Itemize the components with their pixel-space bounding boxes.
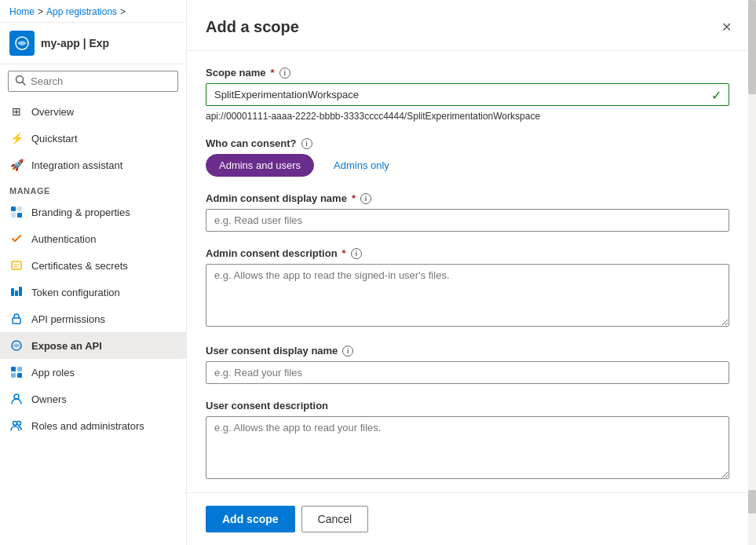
sidebar-item-overview[interactable]: ⊞ Overview [0, 98, 186, 125]
sidebar-item-token-config[interactable]: Token configuration [0, 279, 186, 305]
sidebar-item-overview-label: Overview [31, 106, 74, 118]
user-consent-description-input[interactable] [206, 416, 729, 479]
breadcrumb-sep2: > [120, 6, 126, 17]
integration-icon: 🚀 [9, 158, 24, 172]
user-consent-display-name-field: User consent display name i [206, 345, 729, 384]
panel-header: Add a scope ✕ [187, 0, 756, 51]
certificates-icon [9, 258, 24, 272]
owners-icon [9, 392, 24, 406]
sidebar-item-roles-admins-label: Roles and administrators [31, 420, 144, 432]
svg-point-19 [17, 422, 21, 426]
sidebar-item-app-roles[interactable]: App roles [0, 359, 186, 386]
panel-scrollbar[interactable] [748, 0, 756, 545]
sidebar-item-expose-api-label: Expose an API [31, 340, 102, 352]
authentication-icon [9, 232, 24, 246]
scope-name-label: Scope name * i [206, 67, 729, 79]
admins-users-button[interactable]: Admins and users [206, 154, 314, 177]
svg-rect-10 [19, 287, 22, 296]
required-marker-3: * [342, 247, 346, 259]
breadcrumb-app-registrations[interactable]: App registrations [46, 6, 117, 17]
consent-field: Who can consent? i Admins and users Admi… [206, 137, 729, 177]
user-consent-display-info-icon[interactable]: i [342, 346, 353, 357]
roles-admins-icon [9, 419, 24, 433]
sidebar-item-expose-api[interactable]: Expose an API [0, 332, 186, 359]
panel-footer: Add scope Cancel [187, 492, 756, 545]
admin-consent-description-input[interactable] [206, 264, 729, 327]
sidebar: Home > App registrations > my-app | Exp … [0, 0, 187, 545]
svg-point-17 [14, 394, 19, 399]
user-consent-description-field: User consent description [206, 400, 729, 481]
scope-name-input-wrapper: ✓ [206, 83, 729, 106]
sidebar-item-roles-admins[interactable]: Roles and administrators [0, 412, 186, 439]
sidebar-item-owners[interactable]: Owners [0, 386, 186, 412]
sidebar-item-owners-label: Owners [31, 393, 67, 405]
sidebar-item-branding-label: Branding & properties [31, 207, 130, 218]
consent-options: Admins and users Admins only [206, 154, 729, 177]
sidebar-item-app-roles-label: App roles [31, 367, 75, 379]
sidebar-item-quickstart[interactable]: ⚡ Quickstart [0, 125, 186, 152]
svg-line-2 [23, 82, 26, 86]
svg-rect-15 [11, 373, 16, 378]
svg-rect-5 [11, 213, 16, 218]
app-roles-icon [9, 365, 24, 379]
user-consent-description-label: User consent description [206, 400, 729, 411]
api-url-display: api://00001111-aaaa-2222-bbbb-3333cccc44… [206, 111, 729, 122]
scrollbar-thumb-bottom [748, 490, 756, 514]
consent-label: Who can consent? i [206, 137, 729, 149]
svg-rect-4 [17, 207, 22, 211]
main-content: Add a scope ✕ Scope name * i ✓ api://000… [187, 0, 756, 545]
svg-rect-11 [13, 318, 20, 324]
sidebar-item-integration-label: Integration assistant [31, 159, 122, 171]
expose-api-icon [9, 338, 24, 353]
svg-rect-9 [15, 291, 18, 296]
admin-consent-display-name-input[interactable] [206, 209, 729, 232]
scope-name-info-icon[interactable]: i [279, 68, 290, 79]
close-button[interactable]: ✕ [715, 16, 737, 38]
sidebar-item-certificates[interactable]: Certificates & secrets [0, 252, 186, 279]
api-permissions-icon [9, 312, 24, 326]
sidebar-item-integration[interactable]: 🚀 Integration assistant [0, 152, 186, 178]
valid-checkmark: ✓ [711, 87, 721, 102]
admins-only-button[interactable]: Admins only [320, 154, 403, 177]
panel-title: Add a scope [206, 18, 299, 36]
svg-rect-8 [11, 288, 14, 296]
scrollbar-thumb-top [748, 0, 756, 94]
required-marker-2: * [352, 192, 356, 204]
sidebar-item-certificates-label: Certificates & secrets [31, 260, 128, 272]
breadcrumb: Home > App registrations > [0, 0, 186, 23]
cancel-button[interactable]: Cancel [301, 506, 369, 532]
quickstart-icon: ⚡ [9, 131, 24, 145]
svg-rect-13 [11, 367, 16, 371]
nav-section: ⊞ Overview ⚡ Quickstart 🚀 Integration as… [0, 98, 186, 545]
sidebar-item-token-label: Token configuration [31, 287, 120, 298]
overview-icon: ⊞ [9, 104, 24, 119]
admin-consent-display-name-label: Admin consent display name * i [206, 192, 729, 204]
token-icon [9, 285, 24, 299]
scope-name-field: Scope name * i ✓ api://00001111-aaaa-222… [206, 67, 729, 122]
sidebar-item-branding[interactable]: Branding & properties [0, 199, 186, 225]
svg-rect-7 [12, 262, 21, 269]
panel-body: Scope name * i ✓ api://00001111-aaaa-222… [187, 51, 756, 492]
add-scope-panel: Add a scope ✕ Scope name * i ✓ api://000… [187, 0, 756, 545]
breadcrumb-home[interactable]: Home [9, 6, 35, 17]
sidebar-item-api-permissions-label: API permissions [31, 313, 105, 325]
svg-rect-6 [17, 213, 22, 218]
sidebar-item-authentication[interactable]: Authentication [0, 225, 186, 252]
sidebar-item-authentication-label: Authentication [31, 233, 96, 245]
search-input[interactable] [31, 75, 171, 87]
user-consent-display-name-input[interactable] [206, 361, 729, 384]
branding-icon [9, 205, 24, 219]
search-box[interactable] [8, 71, 178, 92]
sidebar-item-api-permissions[interactable]: API permissions [0, 305, 186, 332]
admin-consent-description-field: Admin consent description * i [206, 247, 729, 329]
admin-consent-desc-info-icon[interactable]: i [351, 248, 362, 259]
add-scope-button[interactable]: Add scope [206, 506, 295, 532]
scope-name-input[interactable] [206, 83, 729, 106]
sidebar-item-quickstart-label: Quickstart [31, 133, 78, 144]
search-icon [15, 75, 26, 88]
app-title: my-app | Exp [41, 37, 109, 49]
admin-consent-display-info-icon[interactable]: i [360, 193, 371, 204]
admin-consent-display-name-field: Admin consent display name * i [206, 192, 729, 232]
svg-rect-3 [11, 207, 16, 211]
consent-info-icon[interactable]: i [301, 138, 312, 149]
